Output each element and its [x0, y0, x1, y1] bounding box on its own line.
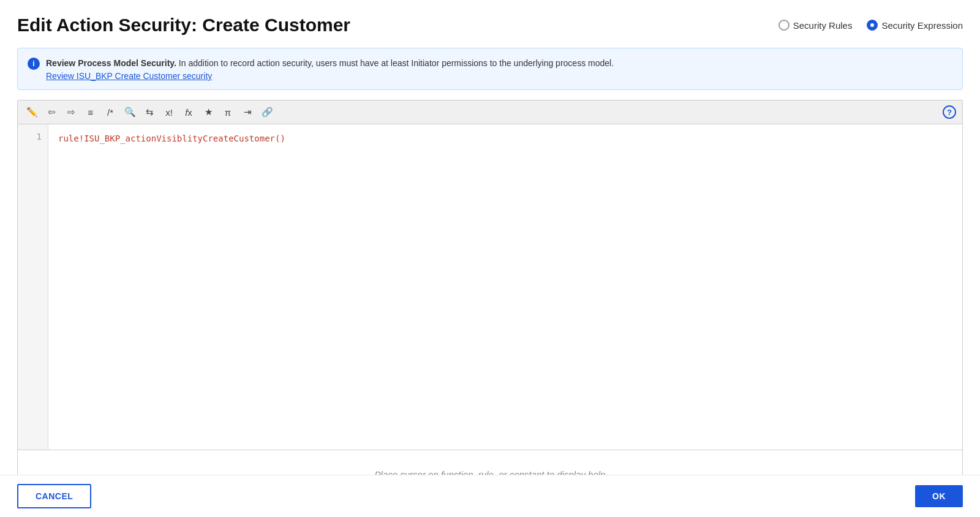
radio-expression-indicator [867, 20, 878, 31]
toolbar-indent-left-btn[interactable]: ⇦ [43, 104, 59, 120]
toolbar-help-btn[interactable]: ? [943, 105, 956, 119]
toolbar-function-btn[interactable]: fx [181, 104, 197, 120]
radio-rules-label: Security Rules [793, 20, 853, 31]
code-editor[interactable]: rule!ISU_BKP_actionVisiblityCreateCustom… [48, 124, 962, 450]
toolbar-pi-btn[interactable]: π [220, 104, 236, 120]
toolbar-edit-btn[interactable]: ✏️ [24, 104, 40, 120]
info-description-text: In addition to record action security, u… [179, 58, 614, 68]
radio-group: Security Rules Security Expression [778, 20, 963, 31]
toolbar-export-btn[interactable]: ⇥ [239, 104, 255, 120]
info-banner-text: Review Process Model Security. In additi… [46, 57, 614, 70]
line-numbers: 1 [18, 124, 48, 450]
code-area: 1 rule!ISU_BKP_actionVisiblityCreateCust… [18, 124, 962, 450]
line-number-1: 1 [24, 132, 42, 142]
info-banner: i Review Process Model Security. In addi… [17, 48, 963, 90]
code-line-1[interactable]: rule!ISU_BKP_actionVisiblityCreateCustom… [58, 134, 285, 143]
page-title: Edit Action Security: Create Customer [17, 15, 350, 36]
toolbar-indent-right-btn[interactable]: ⇨ [63, 104, 79, 120]
toolbar-search-btn[interactable]: 🔍 [122, 104, 138, 120]
radio-expression-inner [870, 23, 874, 27]
toolbar-comment-btn[interactable]: /* [102, 104, 118, 120]
footer-buttons: CANCEL OK [0, 475, 980, 517]
editor-container: ✏️ ⇦ ⇨ ≡ /* 🔍 ⇆ x! fx ★ π [17, 100, 963, 499]
info-icon: i [28, 58, 40, 70]
page-header: Edit Action Security: Create Customer Se… [17, 15, 963, 36]
info-banner-link[interactable]: Review ISU_BKP Create Customer security [46, 71, 614, 81]
toolbar-format-btn[interactable]: ≡ [83, 104, 99, 120]
ok-button[interactable]: OK [915, 485, 963, 507]
info-banner-content: Review Process Model Security. In additi… [46, 57, 614, 81]
toolbar-link-btn[interactable]: 🔗 [259, 104, 275, 120]
toolbar-shuffle-btn[interactable]: ⇆ [141, 104, 157, 120]
toolbar-favorite-btn[interactable]: ★ [200, 104, 216, 120]
toolbar-xi-btn[interactable]: x! [161, 104, 177, 120]
cancel-button[interactable]: CANCEL [17, 484, 91, 508]
info-bold-text: Review Process Model Security. [46, 58, 176, 68]
toolbar-buttons: ✏️ ⇦ ⇨ ≡ /* 🔍 ⇆ x! fx ★ π [24, 104, 275, 120]
radio-expression-label: Security Expression [881, 20, 963, 31]
radio-rules-indicator [778, 20, 790, 31]
editor-toolbar: ✏️ ⇦ ⇨ ≡ /* 🔍 ⇆ x! fx ★ π [18, 100, 962, 124]
radio-security-expression[interactable]: Security Expression [867, 20, 963, 31]
radio-security-rules[interactable]: Security Rules [778, 20, 853, 31]
